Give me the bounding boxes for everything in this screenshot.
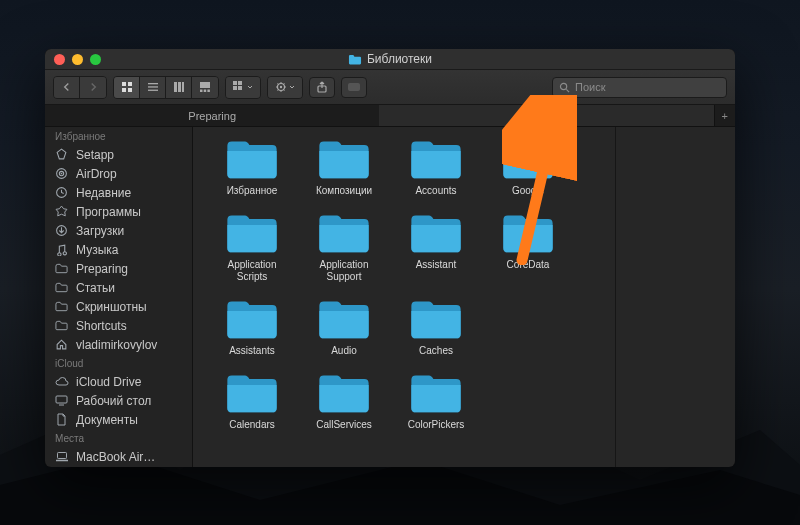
tab-label: Preparing (188, 110, 236, 122)
svg-point-28 (61, 173, 63, 175)
share-button[interactable] (309, 77, 335, 98)
window-title-text: Библиотеки (367, 52, 432, 66)
search-icon (559, 82, 570, 93)
folder-label: Accounts (415, 185, 456, 197)
tab-preparing[interactable]: Preparing (45, 105, 379, 126)
folder-icon (315, 297, 373, 341)
search-field[interactable] (552, 77, 727, 98)
svg-rect-11 (182, 82, 184, 92)
forward-button[interactable] (80, 77, 106, 98)
sidebar-item-label: Setapp (76, 148, 114, 162)
sidebar: ИзбранноеSetappAirDropНедавниеПрограммыЗ… (45, 127, 193, 467)
sidebar-item-label: Shortcuts (76, 319, 127, 333)
search-input[interactable] (575, 81, 720, 93)
svg-rect-12 (200, 82, 210, 88)
arrange-button[interactable] (226, 77, 260, 98)
folder-icon (223, 211, 281, 255)
folder-item[interactable]: CoreData (482, 211, 574, 283)
window-controls (54, 54, 101, 65)
action-button[interactable] (268, 77, 302, 98)
sidebar-item[interactable]: Preparing (45, 259, 192, 278)
toolbar (45, 70, 735, 105)
svg-rect-8 (148, 90, 158, 91)
view-mode-segment (113, 76, 219, 99)
sidebar-item-label: Загрузки (76, 224, 124, 238)
sidebar-item[interactable]: Документы (45, 410, 192, 429)
close-window-button[interactable] (54, 54, 65, 65)
sidebar-item[interactable]: Музыка (45, 240, 192, 259)
tab-bar: Preparing Библиотеки + (45, 105, 735, 127)
sidebar-item-label: MacBook Air… (76, 450, 155, 464)
folder-icon (407, 137, 465, 181)
clock-icon (54, 186, 69, 199)
folder-label: Application Scripts (211, 259, 293, 283)
preview-pane (615, 127, 735, 467)
sidebar-item[interactable]: Setapp (45, 145, 192, 164)
action-menu[interactable] (267, 76, 303, 99)
folder-icon (499, 211, 557, 255)
svg-rect-15 (207, 90, 210, 93)
sidebar-item[interactable]: MacBook Air… (45, 447, 192, 466)
arrange-menu[interactable] (225, 76, 261, 99)
home-icon (54, 338, 69, 351)
folder-label: Application Support (303, 259, 385, 283)
zoom-window-button[interactable] (90, 54, 101, 65)
sidebar-item[interactable]: vladimirkovylov (45, 335, 192, 354)
sidebar-item[interactable]: Рабочий стол (45, 391, 192, 410)
folder-item[interactable]: Calendars (206, 371, 298, 431)
folder-item[interactable]: Google (482, 137, 574, 197)
back-button[interactable] (54, 77, 80, 98)
svg-rect-19 (238, 86, 242, 90)
svg-rect-14 (204, 90, 207, 93)
folder-item[interactable]: ColorPickers (390, 371, 482, 431)
folder-item[interactable]: Композиции (298, 137, 390, 197)
sidebar-item-label: Документы (76, 413, 138, 427)
folder-item[interactable]: Audio (298, 297, 390, 357)
window-title: Библиотеки (45, 52, 735, 66)
folder-item[interactable]: CallServices (298, 371, 390, 431)
folder-item[interactable]: Application Support (298, 211, 390, 283)
downloads-icon (54, 224, 69, 237)
new-tab-button[interactable]: + (714, 105, 735, 126)
sidebar-item[interactable]: Программы (45, 202, 192, 221)
folder-icon (54, 320, 69, 331)
svg-rect-18 (233, 86, 237, 90)
svg-rect-13 (200, 90, 203, 93)
svg-point-24 (560, 83, 566, 89)
apps-icon (54, 205, 69, 218)
folder-icon (315, 211, 373, 255)
list-view-button[interactable] (140, 77, 166, 98)
icon-view-button[interactable] (114, 77, 140, 98)
sidebar-item[interactable]: AirDrop (45, 164, 192, 183)
folder-label: ColorPickers (408, 419, 465, 431)
folder-item[interactable]: Accounts (390, 137, 482, 197)
folder-icon (54, 282, 69, 293)
airdrop-icon (54, 167, 69, 180)
folder-item[interactable]: Assistants (206, 297, 298, 357)
setapp-icon (54, 148, 69, 161)
gallery-view-button[interactable] (192, 77, 218, 98)
desktop-icon (54, 395, 69, 406)
folder-content[interactable]: Избранное Композиции Accounts Google App… (193, 127, 615, 467)
sidebar-item[interactable]: Недавние (45, 183, 192, 202)
folder-item[interactable]: Application Scripts (206, 211, 298, 283)
folder-label: Audio (331, 345, 357, 357)
sidebar-item[interactable]: iCloud Drive (45, 372, 192, 391)
sidebar-item[interactable]: Загрузки (45, 221, 192, 240)
nav-buttons (53, 76, 107, 99)
tab-libraries[interactable]: Библиотеки (379, 105, 713, 126)
titlebar: Библиотеки (45, 49, 735, 70)
folder-item[interactable]: Caches (390, 297, 482, 357)
finder-window: Библиотеки (45, 49, 735, 467)
sidebar-item-label: iCloud Drive (76, 375, 141, 389)
folder-item[interactable]: Assistant (390, 211, 482, 283)
sidebar-item[interactable]: Статьи (45, 278, 192, 297)
folder-item[interactable]: Избранное (206, 137, 298, 197)
sidebar-item[interactable]: Скриншотны (45, 297, 192, 316)
column-view-button[interactable] (166, 77, 192, 98)
sidebar-item[interactable]: Shortcuts (45, 316, 192, 335)
svg-rect-10 (178, 82, 181, 92)
folder-icon (407, 371, 465, 415)
tags-button[interactable] (341, 77, 367, 98)
minimize-window-button[interactable] (72, 54, 83, 65)
